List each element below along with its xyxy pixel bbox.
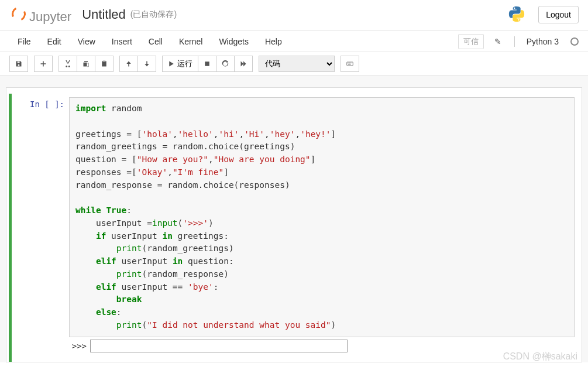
paste-button[interactable]: [95, 56, 114, 72]
header-bar: Jupyter Untitled (已自动保存) Logout: [0, 0, 588, 31]
menu-widgets[interactable]: Widgets: [211, 32, 257, 51]
divider: [514, 36, 515, 47]
restart-button[interactable]: [216, 56, 235, 72]
code-cell[interactable]: In [ ]: import random greetings = ['hola…: [9, 94, 579, 362]
command-palette-button[interactable]: [341, 56, 359, 72]
kernel-idle-icon: [570, 37, 579, 46]
input-prompt: In [ ]:: [16, 97, 69, 358]
run-button[interactable]: 运行: [162, 56, 198, 72]
insert-cell-button[interactable]: [34, 56, 53, 72]
svg-rect-5: [348, 64, 351, 64]
svg-rect-1: [347, 62, 353, 66]
notebook-title[interactable]: Untitled: [82, 7, 126, 22]
move-up-button[interactable]: [119, 56, 138, 72]
stdin-output: >>>: [69, 337, 575, 358]
restart-run-all-button[interactable]: [235, 56, 253, 72]
pencil-icon[interactable]: ✎: [491, 37, 505, 46]
run-label: 运行: [177, 59, 192, 69]
cut-button[interactable]: [59, 56, 77, 72]
logout-button[interactable]: Logout: [538, 6, 579, 23]
menu-file[interactable]: File: [9, 32, 39, 51]
stdin-prompt: >>>: [69, 341, 87, 351]
interrupt-button[interactable]: [198, 56, 216, 72]
kernel-name[interactable]: Python 3: [527, 37, 559, 46]
menu-view[interactable]: View: [70, 32, 104, 51]
copy-button[interactable]: [77, 56, 95, 72]
logo[interactable]: Jupyter: [9, 5, 71, 25]
menubar: FileEditViewInsertCellKernelWidgetsHelp …: [0, 31, 588, 52]
menu-edit[interactable]: Edit: [39, 32, 70, 51]
cell-type-select[interactable]: 代码: [259, 56, 335, 72]
svg-rect-4: [350, 63, 352, 63]
menu-insert[interactable]: Insert: [104, 32, 140, 51]
menu-kernel[interactable]: Kernel: [171, 32, 211, 51]
notebook-container: In [ ]: import random greetings = ['hola…: [6, 87, 582, 362]
python-icon: [508, 5, 525, 25]
move-down-button[interactable]: [138, 56, 156, 72]
code-editor[interactable]: import random greetings = ['hola','hello…: [69, 97, 575, 337]
svg-rect-0: [205, 61, 209, 66]
trusted-badge[interactable]: 可信: [458, 34, 484, 49]
autosave-status: (已自动保存): [130, 9, 177, 20]
menu-help[interactable]: Help: [257, 32, 290, 51]
jupyter-logo-icon: [9, 5, 26, 21]
logo-text: Jupyter: [29, 9, 71, 25]
notebook-area: In [ ]: import random greetings = ['hola…: [0, 76, 588, 362]
svg-rect-3: [349, 63, 350, 63]
save-button[interactable]: [9, 56, 28, 72]
toolbar: 运行 代码: [0, 52, 588, 76]
kernel-indicator-group: 可信 ✎ Python 3: [458, 34, 579, 49]
menu-cell[interactable]: Cell: [140, 32, 171, 51]
stdin-input[interactable]: [90, 340, 348, 352]
svg-rect-2: [348, 63, 349, 63]
